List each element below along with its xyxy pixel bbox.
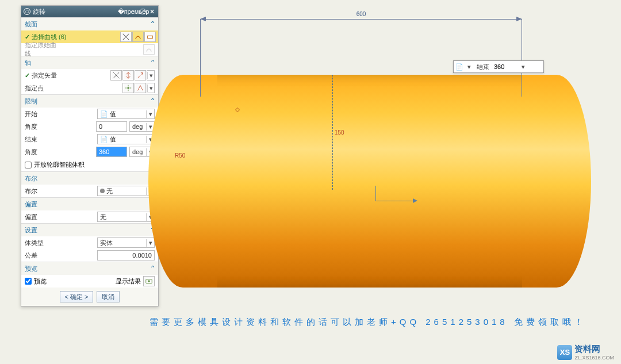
dropdown-arrow-icon[interactable]: ▾ [465,63,473,71]
check-icon: ✓ [25,33,30,40]
preview-checkbox[interactable]: 预览 [25,277,47,286]
end-label: 结束 [25,135,58,144]
section-limit: 限制 ˄ 开始 📄 值▾ 角度 deg▾ 结束 📄 值▾ 角度 deg▾ 开放 [21,94,158,171]
ok-button[interactable]: < 确定 > [60,291,94,302]
watermark-logo: XS 资料网 ZL.XS1616.COM [557,344,614,361]
orig-curve-row[interactable]: 指定原始曲线 [21,43,158,56]
revolve-body-preview [166,75,574,288]
section-settings: 设置 ˄ 体类型 实体▾ 公差 [21,223,158,262]
section-header[interactable]: 限制 ˄ [21,95,158,108]
arrow-icon [413,198,417,203]
boolean-label: 布尔 [25,187,58,196]
dialog-titlebar[interactable]: 旋转 �премьер ⓘ ✕ [21,6,158,17]
vector-dropdown[interactable]: ▾ [147,70,155,81]
specify-vector-row[interactable]: ✓指定矢量 ▾ [21,69,158,82]
start-angle-input[interactable] [96,121,127,132]
specify-point-row[interactable]: 指定点 ▾ [21,82,158,94]
svg-point-1 [127,87,129,89]
section-header[interactable]: 截面 ˄ [21,18,158,30]
section-offset: 偏置 ˄ 偏置 无▾ [21,197,158,223]
point-constructor-icon[interactable] [135,83,146,93]
floating-end-input[interactable]: 📄 ▾ 结束 ▾ [453,60,544,73]
tolerance-input[interactable] [97,250,155,260]
revolve-dialog: 旋转 �премьер ⓘ ✕ 截面 ˄ ✓选择曲线 (6) 指定原始曲线 [21,5,159,306]
section-crosssection: 截面 ˄ ✓选择曲线 (6) 指定原始曲线 [21,17,158,56]
rollup-icon[interactable]: �премьер [129,7,137,16]
offset-label: 偏置 [25,213,58,221]
boolean-dropdown[interactable]: 无▾ [97,186,155,196]
section-preview: 预览 ˄ 预览 显示结果 [21,262,158,288]
logo-url: ZL.XS1616.COM [574,355,614,361]
section-header[interactable]: 设置 ˄ [21,224,158,236]
start-type-dropdown[interactable]: 📄 值▾ [97,109,155,119]
chevron-up-icon: ˄ [150,59,156,67]
point-dropdown[interactable]: ▾ [147,83,155,93]
tolerance-label: 公差 [25,251,58,260]
show-result-icon[interactable] [143,276,155,286]
svg-point-3 [148,280,150,282]
section-header[interactable]: 预览 ˄ [21,262,158,275]
open-volume-checkbox[interactable]: 开放轮廓智能体积 [21,158,158,171]
rollup-icon[interactable]: ⓘ [139,7,147,16]
vector-dialog-icon[interactable] [110,70,122,81]
section-header[interactable]: 轴 ˄ [21,56,158,69]
start-unit-dropdown[interactable]: deg▾ [129,121,155,132]
gear-icon [24,8,30,15]
orig-curve-icon [143,44,155,55]
chevron-up-icon: ˄ [150,20,156,29]
vertical-dimension: 150 [327,75,338,190]
float-angle-input[interactable] [493,62,519,71]
logo-name: 资料网 [574,344,600,354]
section-boolean: 布尔 ˄ 布尔 无▾ [21,171,158,197]
none-icon [100,189,105,193]
section-axis: 轴 ˄ ✓指定矢量 ▾ 指定点 ▾ [21,56,158,94]
end-angle-input[interactable] [96,147,127,157]
cancel-button[interactable]: 取消 [97,291,120,302]
inferred-vector-icon[interactable] [135,70,146,81]
radius-label: R50 [175,152,185,159]
stop-at-intersection-icon[interactable] [144,32,156,42]
dropdown-arrow-icon[interactable]: ▾ [519,63,527,71]
chevron-up-icon: ˄ [150,97,156,106]
svg-rect-0 [148,36,153,38]
show-result-label: 显示结果 [116,277,141,286]
chevron-up-icon: ˄ [150,265,156,273]
promo-text: 需要更多模具设计资料和软件的话可以加老师+QQ 2651253018 免费领取哦… [150,317,586,328]
section-header[interactable]: 偏置 ˄ [21,198,158,210]
viewport-3d[interactable]: 600 150 R50 📄 ▾ 结束 ▾ [160,0,621,364]
end-type-dropdown[interactable]: 📄 值▾ [97,134,155,144]
logo-mark: XS [557,345,572,360]
close-icon[interactable]: ✕ [148,7,156,16]
curve-select-icon[interactable] [132,32,144,42]
dialog-buttons: < 确定 > 取消 [21,288,158,306]
start-angle-label: 角度 [25,122,58,131]
offset-dropdown[interactable]: 无▾ [97,212,155,222]
reverse-direction-icon[interactable] [122,70,134,81]
start-label: 开始 [25,110,58,118]
drag-handle[interactable] [375,186,416,203]
body-type-dropdown[interactable]: 实体▾ [97,237,155,248]
check-icon: ✓ [25,72,30,79]
end-angle-label: 角度 [25,148,58,156]
body-type-label: 体类型 [25,239,58,247]
dialog-title: 旋转 [33,7,45,16]
value-icon: 📄 [454,62,465,72]
sketch-section-icon[interactable] [120,32,132,42]
point-dialog-icon[interactable] [122,83,134,93]
section-header[interactable]: 布尔 ˄ [21,172,158,185]
horizontal-dimension: 600 [200,13,522,25]
